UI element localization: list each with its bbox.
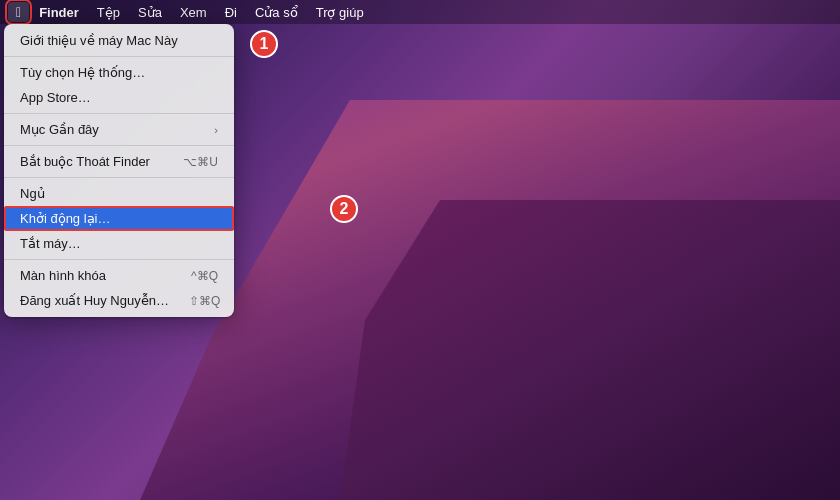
step-1-badge: 1 bbox=[250, 30, 278, 58]
menu-divider-5 bbox=[4, 259, 234, 260]
menu-recent[interactable]: Mục Gần đây › bbox=[4, 117, 234, 142]
menu-divider-2 bbox=[4, 113, 234, 114]
menubar-xem[interactable]: Xem bbox=[172, 3, 215, 22]
desktop:  Finder Tệp Sửa Xem Đi Cửa sổ Trợ giúp … bbox=[0, 0, 840, 500]
menubar-tep[interactable]: Tệp bbox=[89, 3, 128, 22]
chevron-right-icon: › bbox=[214, 124, 218, 136]
step-2-badge: 2 bbox=[330, 195, 358, 223]
menubar-sua[interactable]: Sửa bbox=[130, 3, 170, 22]
menu-about[interactable]: Giới thiệu về máy Mac Này bbox=[4, 28, 234, 53]
menubar-finder[interactable]: Finder bbox=[31, 3, 87, 22]
logout-shortcut: ⇧⌘Q bbox=[189, 294, 220, 308]
menubar-di[interactable]: Đi bbox=[217, 3, 245, 22]
menu-system-prefs[interactable]: Tùy chọn Hệ thống… bbox=[4, 60, 234, 85]
menu-divider-3 bbox=[4, 145, 234, 146]
menubar:  Finder Tệp Sửa Xem Đi Cửa sổ Trợ giúp bbox=[0, 0, 840, 24]
menu-sleep[interactable]: Ngủ bbox=[4, 181, 234, 206]
force-quit-shortcut: ⌥⌘U bbox=[183, 155, 218, 169]
menu-restart[interactable]: Khởi động lại… bbox=[4, 206, 234, 231]
menu-divider-4 bbox=[4, 177, 234, 178]
apple-menu-trigger[interactable]:  bbox=[8, 2, 29, 22]
menubar-tro-giup[interactable]: Trợ giúp bbox=[308, 3, 372, 22]
menubar-left:  Finder Tệp Sửa Xem Đi Cửa sổ Trợ giúp bbox=[8, 2, 372, 22]
menubar-cua-so[interactable]: Cửa sổ bbox=[247, 3, 306, 22]
lock-shortcut: ^⌘Q bbox=[191, 269, 218, 283]
menu-shutdown[interactable]: Tắt máy… bbox=[4, 231, 234, 256]
apple-dropdown-menu: Giới thiệu về máy Mac Này Tùy chọn Hệ th… bbox=[4, 24, 234, 317]
menu-divider-1 bbox=[4, 56, 234, 57]
menu-logout[interactable]: Đăng xuất Huy Nguyễn… ⇧⌘Q bbox=[4, 288, 234, 313]
menu-force-quit[interactable]: Bắt buộc Thoát Finder ⌥⌘U bbox=[4, 149, 234, 174]
menu-app-store[interactable]: App Store… bbox=[4, 85, 234, 110]
menu-lock[interactable]: Màn hình khóa ^⌘Q bbox=[4, 263, 234, 288]
